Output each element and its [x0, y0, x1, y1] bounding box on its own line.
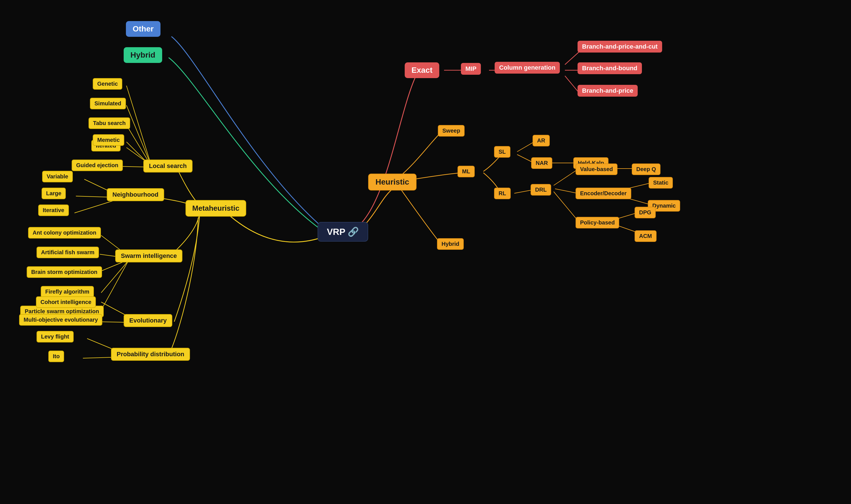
svg-line-30: [100, 260, 129, 313]
branch-bound-node: Branch-and-bound: [578, 62, 642, 74]
drl-node: DRL: [531, 184, 551, 196]
svg-line-20: [126, 105, 152, 167]
acm-node: ACM: [635, 230, 657, 242]
svg-line-11: [554, 192, 579, 222]
static-node: Static: [649, 177, 673, 188]
encoder-decoder-node: Encoder/Decoder: [575, 188, 631, 199]
variable-node: Variable: [42, 171, 73, 182]
policy-based-node: Policy-based: [575, 217, 619, 229]
svg-line-19: [126, 86, 152, 167]
branch-price-cut-node: Branch-and-price-and-cut: [578, 41, 662, 53]
large-node: Large: [41, 188, 66, 199]
multi-obj-node: Multi-objective evolutionary: [19, 314, 102, 326]
nar-node: NAR: [531, 157, 552, 169]
prob-dist-node: Probability distribution: [111, 348, 190, 361]
rl-node: RL: [494, 188, 511, 199]
vrp-node[interactable]: VRP 🔗: [318, 222, 368, 241]
sweep-node: Sweep: [438, 125, 464, 137]
guided-ejection-node: Guided ejection: [72, 160, 123, 171]
genetic-node: Genetic: [93, 78, 122, 90]
heuristic-node: Heuristic: [368, 174, 416, 191]
ito-node: Ito: [48, 350, 64, 362]
ml-node: ML: [458, 166, 475, 177]
svg-line-9: [554, 168, 579, 185]
memetic-node: Memetic: [93, 134, 124, 146]
hybrid-top-node: Hybrid: [124, 47, 162, 63]
svg-line-29: [101, 259, 129, 293]
hybrid-bot-node: Hybrid: [437, 238, 464, 250]
neighbourhood-node: Neighbourhood: [107, 188, 164, 201]
iterative-node: Iterative: [38, 204, 69, 216]
sl-node: SL: [494, 146, 510, 158]
metaheuristic-node: Metaheuristic: [185, 200, 246, 217]
dpg-node: DPG: [635, 207, 656, 218]
svg-line-5: [517, 142, 534, 152]
levy-flight-node: Levy flight: [37, 331, 74, 342]
exact-node: Exact: [405, 62, 439, 78]
firefly-node: Firefly algorithm: [41, 286, 94, 298]
deep-q-node: Deep Q: [632, 163, 660, 175]
value-based-node: Value-based: [575, 163, 618, 175]
evolutionary-node: Evolutionary: [124, 314, 172, 327]
column-gen-node: Column generation: [495, 62, 560, 74]
svg-line-2: [565, 52, 579, 65]
brain-storm-node: Brain storm optimization: [27, 266, 102, 278]
local-search-node: Local search: [143, 160, 193, 173]
artificial-fish-node: Artificial fish swarm: [37, 247, 99, 258]
branch-price-node: Branch-and-price: [578, 85, 638, 97]
tabu-search-node: Tabu search: [89, 118, 130, 129]
simulated-node: Simulated: [90, 98, 126, 109]
ar-node: AR: [533, 135, 550, 146]
cohort-node: Cohort intelligence: [36, 296, 96, 308]
svg-line-4: [565, 76, 579, 93]
other-node: Other: [126, 21, 160, 37]
swarm-node: Swarm intelligence: [115, 250, 182, 263]
mip-node: MIP: [461, 63, 481, 75]
ant-colony-node: Ant colony optimization: [28, 227, 101, 238]
